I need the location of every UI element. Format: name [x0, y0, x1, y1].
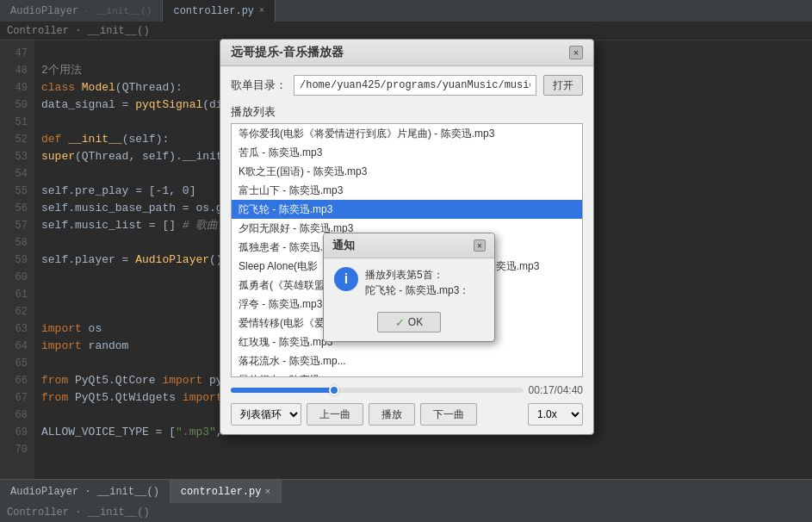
- file-tab-audioplayer[interactable]: AudioPlayer · __init__(): [0, 0, 163, 22]
- bottom-tab-controller-label: controller.py: [181, 483, 262, 500]
- dir-input[interactable]: [294, 75, 536, 96]
- bottom-tab-audioplayer[interactable]: AudioPlayer · __init__(): [0, 480, 170, 504]
- ok-button[interactable]: ✓ OK: [377, 312, 441, 332]
- notif-body: i 播放列表第5首： 陀飞轮 - 陈奕迅.mp3：: [324, 258, 494, 307]
- progress-fill: [231, 388, 339, 393]
- list-item[interactable]: K歌之王(国语) - 陈奕迅.mp3: [232, 162, 582, 181]
- file-tabs: AudioPlayer · __init__() controller.py ×: [0, 0, 812, 22]
- list-item-selected[interactable]: 陀飞轮 - 陈奕迅.mp3: [232, 200, 582, 219]
- bottom-tab-close-icon[interactable]: ×: [264, 483, 270, 500]
- bottom-tab-audioplayer-label: AudioPlayer · __init__(): [10, 483, 159, 500]
- next-button[interactable]: 下一曲: [420, 403, 477, 426]
- list-item[interactable]: 最佳损友 - 陈奕迅.mp...: [232, 370, 582, 377]
- dir-row: 歌单目录： 打开: [231, 75, 583, 96]
- loop-select[interactable]: 列表循环 单曲循环 随机播放: [231, 403, 301, 426]
- bottom-tab-bar: AudioPlayer · __init__() controller.py ×: [0, 479, 812, 503]
- notif-text: 播放列表第5首： 陀飞轮 - 陈奕迅.mp3：: [365, 267, 469, 298]
- close-tab-icon[interactable]: ×: [259, 3, 264, 20]
- notif-info-icon: i: [334, 267, 358, 291]
- audioplayer-tab-label: AudioPlayer: [10, 3, 78, 20]
- breadcrumb: Controller · __init__(): [0, 22, 812, 40]
- audioplayer-tab-extra: · __init__(): [84, 3, 152, 20]
- notif-line1: 播放列表第5首：: [365, 267, 469, 283]
- progress-bar[interactable]: [231, 388, 524, 393]
- notification-dialog: 通知 × i 播放列表第5首： 陀飞轮 - 陈奕迅.mp3： ✓ OK: [323, 233, 495, 342]
- music-player-title-text: 远哥提乐-音乐播放器: [231, 45, 344, 60]
- list-item[interactable]: 富士山下 - 陈奕迅.mp3: [232, 181, 582, 200]
- notif-title-text: 通知: [332, 238, 355, 253]
- notif-titlebar: 通知 ×: [324, 233, 494, 258]
- play-button[interactable]: 播放: [369, 403, 415, 426]
- dir-label: 歌单目录：: [231, 78, 287, 93]
- open-dir-button[interactable]: 打开: [543, 75, 583, 96]
- file-tab-controller[interactable]: controller.py ×: [163, 0, 276, 22]
- notif-close-button[interactable]: ×: [474, 239, 486, 252]
- status-bar: Controller · __init__(): [0, 503, 812, 522]
- status-text: Controller · __init__(): [7, 504, 150, 521]
- speed-select[interactable]: 0.5x 0.75x 1.0x 1.25x 1.5x 2.0x: [528, 403, 583, 426]
- controls-row: 列表循环 单曲循环 随机播放 上一曲 播放 下一曲 0.5x 0.75x 1.0…: [231, 403, 583, 426]
- prev-button[interactable]: 上一曲: [307, 403, 363, 426]
- progress-thumb[interactable]: [329, 385, 339, 395]
- playlist-label: 播放列表: [231, 104, 583, 120]
- notif-line2: 陀飞轮 - 陈奕迅.mp3：: [365, 283, 469, 298]
- controller-tab-label: controller.py: [173, 3, 254, 20]
- list-item[interactable]: 落花流水 - 陈奕迅.mp...: [232, 351, 582, 370]
- progress-row: 00:17/04:40: [231, 384, 583, 396]
- music-player-close-button[interactable]: ×: [569, 46, 583, 59]
- ok-label: OK: [408, 316, 423, 328]
- ok-check-icon: ✓: [395, 316, 405, 329]
- line-numbers: 47484950 51525354 55565758 59606162 6364…: [0, 40, 34, 479]
- bottom-tab-controller[interactable]: controller.py ×: [170, 480, 282, 504]
- list-item[interactable]: 等你爱我(电影《将爱情进行到底》片尾曲) - 陈奕迅.mp3: [232, 124, 582, 143]
- notif-footer: ✓ OK: [324, 307, 494, 341]
- time-display: 00:17/04:40: [529, 384, 583, 396]
- music-player-titlebar: 远哥提乐-音乐播放器 ×: [220, 40, 593, 66]
- list-item[interactable]: 苦瓜 - 陈奕迅.mp3: [232, 143, 582, 162]
